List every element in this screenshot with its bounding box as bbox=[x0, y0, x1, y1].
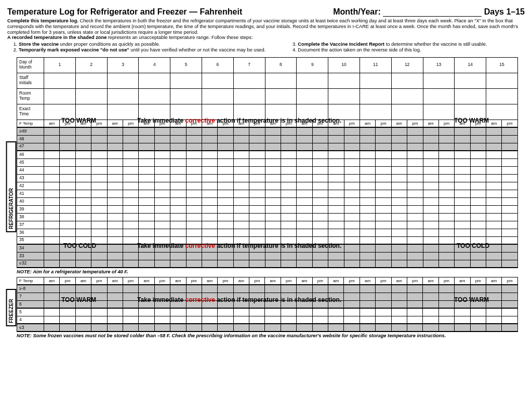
cell[interactable] bbox=[297, 88, 328, 104]
cell[interactable] bbox=[139, 244, 154, 252]
cell[interactable] bbox=[376, 244, 391, 252]
cell[interactable] bbox=[391, 158, 407, 166]
cell[interactable] bbox=[376, 285, 391, 293]
cell[interactable] bbox=[123, 244, 138, 252]
cell[interactable] bbox=[297, 151, 312, 158]
cell[interactable] bbox=[376, 182, 391, 190]
cell[interactable] bbox=[376, 158, 391, 166]
cell[interactable] bbox=[154, 252, 170, 260]
cell[interactable] bbox=[139, 293, 154, 300]
cell[interactable] bbox=[202, 300, 217, 308]
cell[interactable] bbox=[75, 88, 107, 104]
cell[interactable] bbox=[233, 260, 249, 268]
cell[interactable] bbox=[297, 182, 312, 190]
cell[interactable] bbox=[438, 213, 454, 221]
cell[interactable] bbox=[249, 158, 265, 166]
cell[interactable] bbox=[265, 300, 281, 308]
cell[interactable] bbox=[438, 260, 454, 268]
cell[interactable] bbox=[265, 244, 281, 252]
cell[interactable] bbox=[423, 308, 438, 316]
cell[interactable] bbox=[249, 293, 265, 300]
cell[interactable] bbox=[249, 285, 265, 293]
cell[interactable] bbox=[281, 236, 296, 244]
cell[interactable] bbox=[139, 73, 170, 88]
cell[interactable] bbox=[438, 300, 454, 308]
cell[interactable] bbox=[455, 143, 470, 151]
cell[interactable] bbox=[233, 197, 249, 205]
cell[interactable] bbox=[186, 190, 202, 197]
cell[interactable] bbox=[154, 127, 170, 135]
cell[interactable] bbox=[75, 316, 91, 324]
cell[interactable] bbox=[186, 229, 202, 236]
cell[interactable] bbox=[423, 190, 438, 197]
cell[interactable] bbox=[438, 158, 454, 166]
cell[interactable] bbox=[154, 190, 170, 197]
cell[interactable] bbox=[218, 293, 233, 300]
cell[interactable] bbox=[139, 135, 154, 143]
cell[interactable] bbox=[233, 324, 249, 332]
cell[interactable] bbox=[438, 127, 454, 135]
cell[interactable] bbox=[44, 221, 60, 229]
cell[interactable] bbox=[297, 205, 312, 213]
cell[interactable] bbox=[60, 308, 75, 316]
cell[interactable] bbox=[328, 104, 360, 120]
cell[interactable] bbox=[91, 158, 107, 166]
cell[interactable] bbox=[281, 300, 296, 308]
cell[interactable] bbox=[249, 213, 265, 221]
cell[interactable] bbox=[470, 205, 486, 213]
cell[interactable] bbox=[249, 221, 265, 229]
cell[interactable] bbox=[249, 190, 265, 197]
cell[interactable] bbox=[455, 190, 470, 197]
cell[interactable] bbox=[44, 182, 60, 190]
cell[interactable] bbox=[60, 293, 75, 300]
cell[interactable] bbox=[202, 316, 217, 324]
cell[interactable] bbox=[202, 135, 217, 143]
cell[interactable] bbox=[328, 308, 344, 316]
cell[interactable] bbox=[455, 252, 470, 260]
cell[interactable] bbox=[154, 236, 170, 244]
cell[interactable] bbox=[297, 316, 312, 324]
cell[interactable] bbox=[281, 244, 296, 252]
cell[interactable] bbox=[139, 143, 154, 151]
cell[interactable] bbox=[312, 143, 328, 151]
cell[interactable] bbox=[75, 166, 91, 174]
cell[interactable] bbox=[297, 293, 312, 300]
cell[interactable] bbox=[391, 236, 407, 244]
cell[interactable] bbox=[281, 308, 296, 316]
cell[interactable] bbox=[233, 88, 265, 104]
cell[interactable] bbox=[91, 285, 107, 293]
cell[interactable] bbox=[502, 205, 517, 213]
cell[interactable] bbox=[486, 229, 502, 236]
cell[interactable] bbox=[170, 236, 186, 244]
cell[interactable] bbox=[91, 244, 107, 252]
cell[interactable] bbox=[139, 104, 170, 120]
cell[interactable] bbox=[391, 244, 407, 252]
cell[interactable] bbox=[91, 324, 107, 332]
cell[interactable] bbox=[186, 324, 202, 332]
cell[interactable] bbox=[423, 252, 438, 260]
cell[interactable] bbox=[233, 236, 249, 244]
cell[interactable] bbox=[502, 252, 517, 260]
cell[interactable] bbox=[455, 127, 470, 135]
cell[interactable] bbox=[139, 324, 154, 332]
cell[interactable] bbox=[44, 135, 60, 143]
cell[interactable] bbox=[265, 252, 281, 260]
cell[interactable] bbox=[486, 104, 518, 120]
cell[interactable] bbox=[218, 166, 233, 174]
cell[interactable] bbox=[75, 213, 91, 221]
cell[interactable] bbox=[265, 221, 281, 229]
cell[interactable] bbox=[281, 285, 296, 293]
cell[interactable] bbox=[438, 324, 454, 332]
cell[interactable] bbox=[44, 158, 60, 166]
cell[interactable] bbox=[249, 236, 265, 244]
cell[interactable] bbox=[438, 293, 454, 300]
cell[interactable] bbox=[502, 300, 517, 308]
cell[interactable] bbox=[344, 244, 360, 252]
cell[interactable] bbox=[233, 190, 249, 197]
cell[interactable] bbox=[344, 293, 360, 300]
cell[interactable] bbox=[265, 293, 281, 300]
cell[interactable] bbox=[107, 205, 123, 213]
cell[interactable] bbox=[107, 190, 123, 197]
cell[interactable] bbox=[455, 285, 470, 293]
cell[interactable] bbox=[91, 293, 107, 300]
